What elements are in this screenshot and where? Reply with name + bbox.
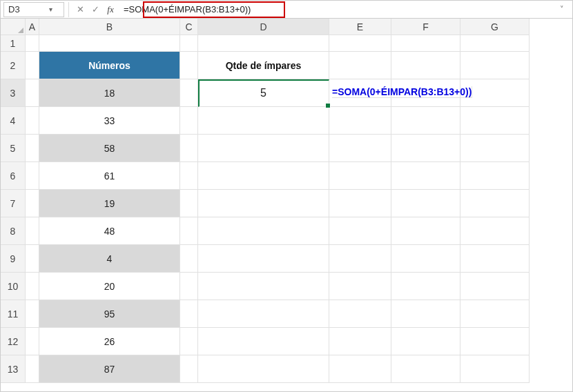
cell-D1[interactable] — [198, 35, 329, 52]
cell-F10[interactable] — [391, 273, 460, 300]
cell-A11[interactable] — [26, 300, 39, 328]
cell-C3[interactable] — [180, 79, 198, 107]
cell-C13[interactable] — [180, 355, 198, 383]
cell-G2[interactable] — [460, 52, 530, 79]
cell-A6[interactable] — [26, 162, 39, 190]
cell-E8[interactable] — [329, 217, 391, 245]
cell-G8[interactable] — [460, 217, 530, 245]
col-header-G[interactable]: G — [460, 19, 530, 35]
cell-A5[interactable] — [26, 135, 39, 162]
cell-E2[interactable] — [329, 52, 391, 79]
cell-D5[interactable] — [198, 135, 329, 162]
col-header-B[interactable]: B — [39, 19, 180, 35]
cell-D12[interactable] — [198, 328, 329, 355]
cell-E3[interactable] — [329, 79, 391, 107]
cell-E12[interactable] — [329, 328, 391, 355]
cell-A8[interactable] — [26, 217, 39, 245]
cell-G12[interactable] — [460, 328, 530, 355]
chevron-down-icon[interactable]: ▾ — [34, 6, 64, 13]
cell-B10[interactable]: 20 — [39, 273, 180, 300]
cell-F3[interactable] — [391, 79, 460, 107]
row-header-1[interactable]: 1 — [1, 35, 26, 52]
cell-G1[interactable] — [460, 35, 530, 52]
cell-B11[interactable]: 95 — [39, 300, 180, 328]
cell-B1[interactable] — [39, 35, 180, 52]
cell-E13[interactable] — [329, 355, 391, 383]
cell-D9[interactable] — [198, 245, 329, 273]
cell-E1[interactable] — [329, 35, 391, 52]
cell-A2[interactable] — [26, 52, 39, 79]
cell-F1[interactable] — [391, 35, 460, 52]
cell-A12[interactable] — [26, 328, 39, 355]
cell-G6[interactable] — [460, 162, 530, 190]
cell-D4[interactable] — [198, 107, 329, 135]
cell-B12[interactable]: 26 — [39, 328, 180, 355]
spreadsheet-grid[interactable]: A B C D E F G 1 2 Números Qtde de ímpare… — [1, 19, 572, 383]
cell-D8[interactable] — [198, 217, 329, 245]
row-header-10[interactable]: 10 — [1, 273, 26, 300]
cell-F6[interactable] — [391, 162, 460, 190]
row-header-2[interactable]: 2 — [1, 52, 26, 79]
confirm-icon[interactable]: ✓ — [88, 2, 103, 17]
row-header-7[interactable]: 7 — [1, 190, 26, 217]
cell-G13[interactable] — [460, 355, 530, 383]
cell-A9[interactable] — [26, 245, 39, 273]
cell-C12[interactable] — [180, 328, 198, 355]
row-header-8[interactable]: 8 — [1, 217, 26, 245]
row-header-12[interactable]: 12 — [1, 328, 26, 355]
cell-D11[interactable] — [198, 300, 329, 328]
row-header-6[interactable]: 6 — [1, 162, 26, 190]
cell-E9[interactable] — [329, 245, 391, 273]
row-header-4[interactable]: 4 — [1, 107, 26, 135]
cancel-icon[interactable]: ✕ — [72, 2, 88, 17]
cell-E4[interactable] — [329, 107, 391, 135]
cell-E11[interactable] — [329, 300, 391, 328]
cell-G7[interactable] — [460, 190, 530, 217]
cell-F4[interactable] — [391, 107, 460, 135]
formula-bar-expand-icon[interactable]: ˅ — [554, 2, 570, 17]
cell-C2[interactable] — [180, 52, 198, 79]
cell-G11[interactable] — [460, 300, 530, 328]
cell-A3[interactable] — [26, 79, 39, 107]
name-box[interactable]: D3 ▾ — [3, 2, 64, 17]
cell-F8[interactable] — [391, 217, 460, 245]
row-header-11[interactable]: 11 — [1, 300, 26, 328]
cell-D7[interactable] — [198, 190, 329, 217]
cell-F9[interactable] — [391, 245, 460, 273]
formula-input[interactable]: =SOMA(0+ÉIMPAR(B3:B13+0)) — [121, 2, 554, 17]
cell-C5[interactable] — [180, 135, 198, 162]
cell-C8[interactable] — [180, 217, 198, 245]
cell-E5[interactable] — [329, 135, 391, 162]
cell-D13[interactable] — [198, 355, 329, 383]
row-header-9[interactable]: 9 — [1, 245, 26, 273]
cell-B7[interactable]: 19 — [39, 190, 180, 217]
cell-C7[interactable] — [180, 190, 198, 217]
row-header-5[interactable]: 5 — [1, 135, 26, 162]
cell-F7[interactable] — [391, 190, 460, 217]
select-all-corner[interactable] — [1, 19, 26, 35]
cell-A13[interactable] — [26, 355, 39, 383]
cell-D10[interactable] — [198, 273, 329, 300]
cell-B3[interactable]: 18 — [39, 79, 180, 107]
cell-C9[interactable] — [180, 245, 198, 273]
cell-C10[interactable] — [180, 273, 198, 300]
cell-G5[interactable] — [460, 135, 530, 162]
cell-D2[interactable]: Qtde de ímpares — [198, 52, 329, 79]
cell-B6[interactable]: 61 — [39, 162, 180, 190]
col-header-E[interactable]: E — [329, 19, 391, 35]
cell-C1[interactable] — [180, 35, 198, 52]
cell-G9[interactable] — [460, 245, 530, 273]
fx-icon[interactable]: fx — [103, 2, 118, 17]
cell-F11[interactable] — [391, 300, 460, 328]
cell-D3[interactable]: 5 — [198, 79, 329, 107]
cell-B13[interactable]: 87 — [39, 355, 180, 383]
cell-E7[interactable] — [329, 190, 391, 217]
cell-A4[interactable] — [26, 107, 39, 135]
col-header-F[interactable]: F — [391, 19, 460, 35]
cell-G3[interactable] — [460, 79, 530, 107]
cell-F5[interactable] — [391, 135, 460, 162]
row-header-13[interactable]: 13 — [1, 355, 26, 383]
cell-B2[interactable]: Números — [39, 52, 180, 79]
cell-E10[interactable] — [329, 273, 391, 300]
cell-C4[interactable] — [180, 107, 198, 135]
